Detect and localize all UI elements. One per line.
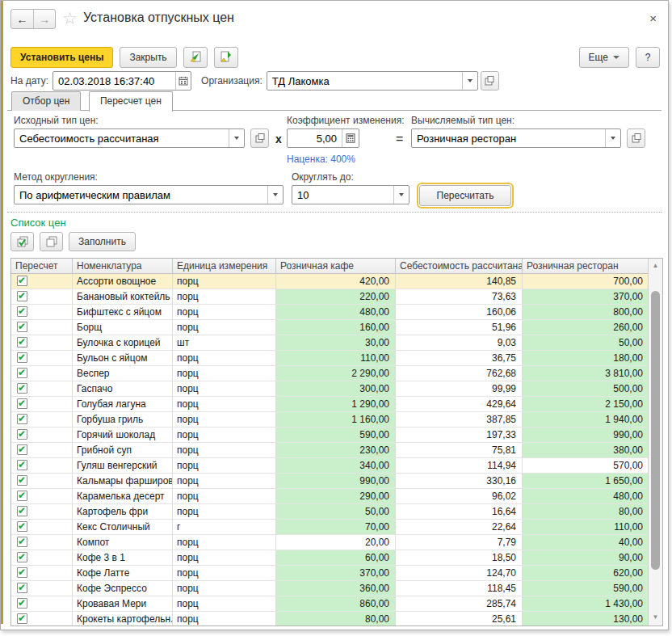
table-row[interactable]: ✔Гуляш венгерскийпорц340,00114,94570,00 [11, 458, 648, 474]
nomenclature-cell[interactable]: Кофе Эспрессо [73, 581, 173, 596]
restaurant-price-cell[interactable]: 130,00 [523, 612, 648, 625]
row-checkbox[interactable]: ✔ [17, 552, 27, 562]
cost-price-cell[interactable]: 762,68 [396, 366, 523, 381]
recalc-cell[interactable]: ✔ [11, 366, 73, 381]
round-to-dropdown[interactable] [393, 186, 409, 204]
table-row[interactable]: ✔Бифштекс с яйцомпорц480,00160,06800,00 [11, 305, 648, 320]
cost-price-cell[interactable]: 99,99 [396, 381, 523, 397]
row-checkbox[interactable]: ✔ [17, 613, 27, 624]
date-value[interactable]: 02.03.2018 16:37:40 [53, 75, 175, 87]
round-to-field[interactable]: 10 [292, 185, 410, 204]
cost-price-cell[interactable]: 73,63 [396, 289, 523, 305]
restaurant-price-cell[interactable]: 90,00 [523, 550, 648, 566]
restaurant-price-cell[interactable]: 1 650,00 [523, 474, 648, 489]
nomenclature-cell[interactable]: Кофе 3 в 1 [73, 550, 173, 566]
nomenclature-cell[interactable]: Бифштекс с яйцом [73, 305, 173, 320]
recalc-cell[interactable]: ✔ [11, 520, 73, 535]
cost-price-cell[interactable]: 36,75 [396, 351, 523, 366]
unit-cell[interactable]: порц [173, 596, 276, 612]
table-row[interactable]: ✔Кровавая Мерипорц860,00285,741 430,00 [11, 596, 648, 612]
cafe-price-cell[interactable]: 420,00 [276, 274, 396, 289]
more-button[interactable]: Еще [579, 47, 629, 68]
fill-button[interactable]: Заполнить [69, 232, 136, 251]
table-row[interactable]: ✔Кофе Латтепорц370,00124,70620,00 [11, 566, 648, 581]
row-checkbox[interactable]: ✔ [17, 368, 27, 378]
restaurant-price-cell[interactable]: 480,00 [523, 489, 648, 504]
cafe-price-cell[interactable]: 160,00 [276, 320, 396, 335]
restaurant-price-cell[interactable]: 990,00 [523, 428, 648, 443]
recalc-cell[interactable]: ✔ [11, 320, 73, 335]
recalc-cell[interactable]: ✔ [11, 612, 73, 625]
unit-cell[interactable]: порц [173, 381, 276, 397]
unit-cell[interactable]: порц [173, 366, 276, 381]
source-type-field[interactable]: Себестоимость рассчитаная [14, 128, 245, 148]
row-checkbox[interactable]: ✔ [17, 506, 27, 516]
unit-cell[interactable]: порц [173, 305, 276, 320]
restaurant-price-cell[interactable]: 110,00 [523, 520, 648, 535]
nomenclature-cell[interactable]: Компот [73, 535, 173, 550]
unit-cell[interactable]: порц [173, 351, 276, 366]
cost-price-cell[interactable]: 114,94 [396, 458, 523, 474]
close-button[interactable]: Закрыть [120, 47, 176, 68]
close-icon[interactable]: × [646, 10, 660, 27]
source-type-dropdown[interactable] [229, 129, 244, 147]
cafe-price-cell[interactable]: 300,00 [276, 381, 396, 397]
cafe-price-cell[interactable]: 990,00 [276, 474, 396, 489]
calculator-icon[interactable] [342, 129, 359, 147]
nomenclature-cell[interactable]: Кекс Столичный [73, 520, 173, 535]
unit-cell[interactable]: порц [173, 458, 276, 474]
recalc-cell[interactable]: ✔ [11, 504, 73, 520]
col-header-restaurant[interactable]: Розничная ресторан [523, 259, 648, 273]
restaurant-price-cell[interactable]: 80,00 [523, 504, 648, 520]
cost-price-cell[interactable]: 96,02 [396, 489, 523, 504]
nomenclature-cell[interactable]: Бульон с яйцом [73, 351, 173, 366]
cost-price-cell[interactable]: 118,45 [396, 581, 523, 596]
table-row[interactable]: ✔Гаспачопорц300,0099,99500,00 [11, 381, 648, 397]
nomenclature-cell[interactable]: Картофель фри [73, 504, 173, 520]
col-header-unit[interactable]: Единица измерения [173, 259, 276, 273]
table-row[interactable]: ✔Грибной суппорц230,0075,81380,00 [11, 443, 648, 458]
col-header-cost[interactable]: Себестоимость рассчитаная [396, 259, 523, 273]
recalc-cell[interactable]: ✔ [11, 412, 73, 428]
table-row[interactable]: ✔Банановый коктейльпорц220,0073,63370,00 [11, 289, 648, 305]
round-method-dropdown[interactable] [267, 186, 283, 204]
unit-cell[interactable]: порц [173, 443, 276, 458]
vertical-scrollbar[interactable]: ▲ ▼ [648, 259, 662, 625]
cost-price-cell[interactable]: 429,64 [396, 397, 523, 412]
table-row[interactable]: ✔Булочка с корицейшт30,009,0350,00 [11, 335, 648, 351]
restaurant-price-cell[interactable]: 500,00 [523, 381, 648, 397]
restaurant-price-cell[interactable]: 1 430,00 [523, 596, 648, 612]
unit-cell[interactable]: порц [173, 428, 276, 443]
source-type-value[interactable]: Себестоимость рассчитаная [15, 133, 229, 145]
date-field[interactable]: 02.03.2018 16:37:40 [52, 71, 191, 91]
unit-cell[interactable]: порц [173, 320, 276, 335]
recalc-cell[interactable]: ✔ [11, 381, 73, 397]
row-checkbox[interactable]: ✔ [17, 276, 27, 286]
nomenclature-cell[interactable]: Горячий шоколад [73, 428, 173, 443]
row-checkbox[interactable]: ✔ [17, 537, 27, 547]
set-prices-button[interactable]: Установить цены [10, 47, 113, 68]
round-method-field[interactable]: По арифметическим правилам [14, 185, 284, 204]
recalc-cell[interactable]: ✔ [11, 535, 73, 550]
unit-cell[interactable]: порц [173, 289, 276, 305]
cost-price-cell[interactable]: 285,74 [396, 596, 523, 612]
unit-cell[interactable]: порц [173, 504, 276, 520]
target-type-field[interactable]: Розничная ресторан [411, 128, 621, 148]
col-header-cafe[interactable]: Розничная кафе [276, 259, 396, 273]
nomenclature-cell[interactable]: Веспер [73, 366, 173, 381]
recalc-cell[interactable]: ✔ [11, 274, 73, 289]
row-checkbox[interactable]: ✔ [17, 460, 27, 470]
nomenclature-cell[interactable]: Борщ [73, 320, 173, 335]
unit-cell[interactable]: порц [173, 397, 276, 412]
restaurant-price-cell[interactable]: 3 810,00 [523, 366, 648, 381]
cafe-price-cell[interactable]: 230,00 [276, 443, 396, 458]
round-method-value[interactable]: По арифметическим правилам [15, 189, 267, 201]
unit-cell[interactable]: порц [173, 274, 276, 289]
restaurant-price-cell[interactable]: 40,00 [523, 535, 648, 550]
nomenclature-cell[interactable]: Банановый коктейль [73, 289, 173, 305]
table-row[interactable]: ✔Кофе Эспрессопорц360,00118,45590,00 [11, 581, 648, 596]
table-row[interactable]: ✔Кекс Столичныйг70,0022,64110,00 [11, 520, 648, 535]
nomenclature-cell[interactable]: Кровавая Мери [73, 596, 173, 612]
reread-prices-button[interactable] [183, 47, 208, 68]
cost-price-cell[interactable]: 197,33 [396, 428, 523, 443]
